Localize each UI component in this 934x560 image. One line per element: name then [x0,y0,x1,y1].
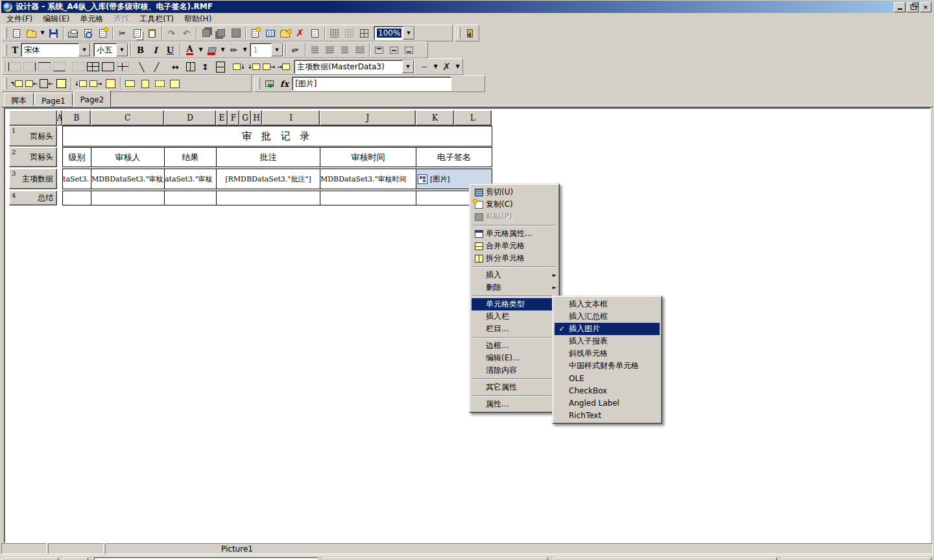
context-menu-item-12[interactable]: 插入栏► [472,310,557,323]
context-menu-item-5[interactable]: 合并单元格 [472,240,557,252]
quick-launch[interactable] [62,557,88,560]
cell-type-submenu-item-8[interactable]: Angled Label [555,397,660,409]
menu-item-label: 粘贴(P) [486,211,549,222]
column-header-C-label: C [125,113,130,122]
column-header-G[interactable]: G [239,110,251,126]
column-header-B[interactable]: B [62,110,91,126]
menu-item-label: 合并单元格 [486,240,549,251]
context-menu-item-17[interactable]: 清除内容 [472,364,557,377]
context-menu-item-0[interactable]: 剪切(U) [472,186,557,198]
column-header-B-label: B [74,113,80,122]
context-menu-item-1[interactable]: 复制(C) [472,198,557,211]
start-button[interactable] [1,557,58,560]
cell-data-time[interactable]: MDBDataSet3."审核时间 [320,169,416,189]
column-header-K[interactable]: K [416,110,454,126]
menu-item-label: 边框... [486,340,549,351]
row-header-1[interactable]: 页标头1 [9,126,57,146]
cell-data-level[interactable]: taSet3. [62,169,91,189]
cell-summary-c4[interactable] [91,191,165,205]
row-header-3[interactable]: 主项数据3 [9,169,57,189]
report-grid: ABCDEFGHIJKL页标头1页标头2主项数据3总结4 审 批 记 录 级别 … [0,0,934,560]
column-header-I[interactable]: I [262,110,320,126]
cell-data-auditor[interactable]: MDBDataSet3."审核人 [91,169,165,189]
context-menu-item-16[interactable]: 编辑(E)... [472,352,557,364]
cell-header-signature[interactable]: 电子签名 [416,147,492,167]
context-menu-item-6[interactable]: 拆分单元格 [472,252,557,264]
row-number: 4 [12,192,16,199]
context-menu-item-4[interactable]: 单元格属性... [472,228,557,240]
column-header-H[interactable]: H [251,110,262,126]
submenu-arrow-icon: ► [549,272,557,278]
menu-item-label: OLE [569,374,652,383]
cell-type-submenu-item-0[interactable]: 插入文本框 [555,298,660,310]
row-header-4[interactable]: 总结4 [9,191,57,205]
menu-item-label: 中国样式财务单元格 [569,360,652,371]
cell-title-B1[interactable]: 审 批 记 录 [62,126,492,146]
cell-header-auditor[interactable]: 审核人 [91,147,165,167]
column-header-J[interactable]: J [320,110,416,126]
column-header-C[interactable]: C [91,110,164,126]
cell-summary-b4[interactable] [62,191,91,205]
context-menu-item-15[interactable]: 边框... [472,340,557,352]
cell-summary-j4[interactable] [320,191,416,205]
grid-corner[interactable] [9,110,57,126]
paste-menu-icon [475,213,483,221]
context-menu-item-21[interactable]: 属性... [472,398,557,410]
column-header-L-label: L [470,113,475,122]
cell-type-submenu-item-4[interactable]: 斜线单元格 [555,347,660,360]
cell-data-result[interactable]: ataSet3."审核 [164,169,217,189]
cell-type-submenu-item-2[interactable]: ✓插入图片 [555,323,660,335]
cell-type-submenu-item-6[interactable]: OLE [555,372,660,384]
row-header-2[interactable]: 页标头2 [9,147,57,167]
menu-item-label: 其它属性 [486,382,549,393]
taskbar-button-active[interactable] [94,557,318,560]
picture-cell-label: [图片] [430,174,450,184]
context-menu-item-19[interactable]: 其它属性► [472,381,557,393]
menu-item-label: 编辑(E)... [486,353,549,364]
cell-header-result[interactable]: 结果 [164,147,217,167]
cut-menu-icon [475,189,483,196]
cell-type-submenu-item-1[interactable]: 插入汇总框 [555,310,660,323]
context-menu-separator [473,337,556,338]
column-header-A[interactable]: A [57,110,62,126]
paste-menu-icon [472,213,486,221]
menu-item-label: 单元格属性... [486,228,549,239]
menu-item-label: 插入文本框 [569,299,652,310]
column-header-J-label: J [366,113,370,122]
cell-type-submenu-item-9[interactable]: RichText [555,409,660,421]
cell-summary-e4[interactable] [216,191,320,205]
tab-label: Page2 [80,95,104,104]
cell-summary-d4[interactable] [164,191,217,205]
menu-item-label: 插入汇总框 [569,311,652,322]
cell-type-submenu-item-3[interactable]: 插入子报表 [555,335,660,347]
column-header-L[interactable]: L [454,110,492,126]
cell-properties-icon [472,230,486,238]
context-menu-item-8[interactable]: 插入► [472,269,557,281]
cell-header-level[interactable]: 级别 [62,147,91,167]
column-header-E[interactable]: E [216,110,228,126]
menu-item-label: CheckBox [569,386,652,395]
cell-header-time[interactable]: 审核时间 [320,147,416,167]
context-menu-item-13[interactable]: 栏目...► [472,323,557,335]
row-header-2-label: 页标头 [30,152,53,163]
cell-type-submenu-item-7[interactable]: CheckBox [555,384,660,397]
column-header-F[interactable]: F [228,110,239,126]
cell-data-comment[interactable]: [RMDBDataSet3."批注"] [216,169,320,189]
tab-page2[interactable]: Page2 [73,90,112,108]
cell-type-submenu-item-5[interactable]: 中国样式财务单元格 [555,360,660,372]
context-menu-separator [473,379,556,379]
windows-taskbar [0,555,934,560]
column-header-E-label: E [219,113,225,122]
cell-header-comment[interactable]: 批注 [216,147,320,167]
context-menu-item-11[interactable]: 单元格类型► [472,298,557,310]
status-bar: Picture1 [1,543,933,554]
context-menu-item-2[interactable]: 粘贴(P) [472,211,557,223]
taskbar-button[interactable] [782,557,931,560]
menu-item-label: 斜线单元格 [569,348,652,359]
context-menu-separator [473,395,556,396]
taskbar-button[interactable] [324,557,548,560]
column-header-D[interactable]: D [164,110,216,126]
menu-item-label: 属性... [486,399,549,410]
taskbar-button[interactable] [553,557,777,560]
context-menu-item-9[interactable]: 删除► [472,281,557,294]
